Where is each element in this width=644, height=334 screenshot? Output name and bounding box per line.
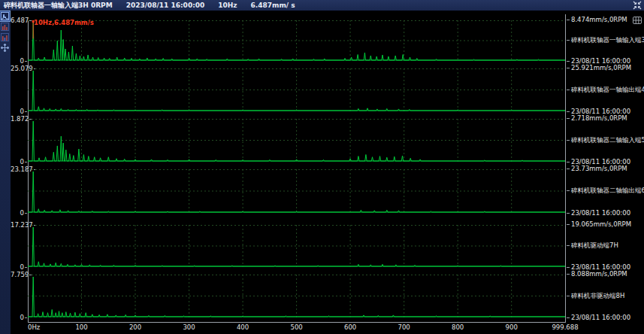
- channel-name-label: 碎料机联轴器一轴输出端4A (垂): [567, 86, 644, 95]
- y-max-label: 23.187: [11, 165, 27, 173]
- timestamp-label: 23/08/11 16:00:00: [567, 314, 630, 321]
- spectra-panel: 6.487 0 10Hz,6.487mm/s 8.474mm/s,0RPM 碎料…: [11, 11, 644, 334]
- x-tick-label: 300: [183, 323, 195, 331]
- y-max-label: 17.237: [11, 221, 27, 229]
- x-tick-label: 200: [129, 323, 141, 331]
- x-axis-line: [28, 322, 566, 323]
- y-zero-label: 0: [11, 158, 27, 165]
- x-tick-label: 900: [506, 323, 518, 331]
- bar-chart-icon[interactable]: [0, 22, 10, 32]
- cursor-amplitude: 6.487mm/ s: [251, 2, 295, 9]
- x-axis-labels: 0Hz100200300400500600700800900999.688: [11, 323, 644, 333]
- overall-value-label: 2.718mm/s,0RPM: [567, 114, 627, 122]
- measurement-datetime: 2023/08/11 16:00:00: [126, 2, 205, 9]
- pan-tool-icon[interactable]: [0, 43, 10, 53]
- overall-value-label: 19.065mm/s,0RPM: [567, 220, 631, 228]
- spectrum-plot: 7.759 0 8.088mm/s,0RPM 碎料机非驱动端8H 23/08/1…: [11, 275, 644, 317]
- spectrum-canvas[interactable]: [28, 20, 565, 61]
- y-zero-label: 0: [11, 314, 27, 321]
- spectrum-canvas[interactable]: [28, 119, 565, 162]
- spectrum-plot: 23.187 0 23.73mm/s,0RPM 碎料机联轴器二轴输出端6V 23…: [11, 169, 644, 213]
- spectrum-plot: 25.079 0 25.921mm/s,0RPM 碎料机联轴器一轴输出端4A (…: [11, 68, 644, 111]
- channel-name-label: 碎料机驱动端7H: [567, 241, 618, 250]
- x-tick-label: 0Hz: [28, 323, 40, 331]
- y-max-label: 7.759: [11, 271, 27, 278]
- gridlines: [28, 169, 565, 213]
- y-max-label: 1.872: [11, 115, 27, 123]
- y-zero-label: 0: [11, 108, 27, 115]
- x-tick-label: 400: [237, 323, 249, 331]
- channel-name-label: 碎料机联轴器一轴输入端3H: [567, 36, 644, 45]
- y-max-label: 6.487: [11, 17, 27, 24]
- gridlines: [28, 119, 565, 162]
- channel-name-label: 碎料机联轴器二轴输入端5H: [567, 136, 644, 145]
- gridlines: [28, 275, 565, 317]
- app-window: 碎料机联轴器一轴输入端3H 0RPM 2023/08/11 16:00:00 1…: [0, 0, 644, 334]
- cursor-readout: 10Hz,6.487mm/s: [34, 19, 94, 26]
- bar-chart-alt-icon[interactable]: [0, 32, 10, 42]
- y-max-label: 25.079: [11, 65, 27, 72]
- gridlines: [28, 20, 565, 61]
- channel-name-label: 碎料机非驱动端8H: [567, 292, 624, 301]
- gridlines: [28, 225, 565, 267]
- current-channel-title: 碎料机联轴器一轴输入端3H 0RPM: [4, 1, 113, 11]
- x-tick-label: 100: [75, 323, 87, 331]
- y-zero-label: 0: [11, 209, 27, 217]
- spectrum-canvas[interactable]: [28, 169, 565, 213]
- overall-value-label: 23.73mm/s,0RPM: [567, 165, 627, 172]
- channel-name-label: 碎料机联轴器二轴输出端6V: [567, 187, 644, 196]
- top-status-bar: 碎料机联轴器一轴输入端3H 0RPM 2023/08/11 16:00:00 1…: [0, 0, 644, 11]
- x-tick-label: 800: [452, 323, 464, 331]
- x-tick-label: 700: [398, 323, 410, 331]
- left-toolbar: [0, 11, 11, 334]
- spectrum-canvas[interactable]: [28, 275, 565, 317]
- spectrum-view-icon[interactable]: [0, 11, 10, 21]
- grid-layout-icon[interactable]: [633, 13, 642, 20]
- x-tick-label: 999.688: [552, 323, 578, 331]
- overall-value-label: 8.474mm/s,0RPM: [567, 16, 627, 23]
- collapse-icon[interactable]: [633, 1, 642, 10]
- spectrum-plot: 1.872 0 2.718mm/s,0RPM 碎料机联轴器二轴输入端5H 23/…: [11, 119, 644, 162]
- spectrum-canvas[interactable]: [28, 225, 565, 267]
- y-zero-label: 0: [11, 263, 27, 271]
- spectrum-plot: 6.487 0 10Hz,6.487mm/s 8.474mm/s,0RPM 碎料…: [11, 20, 644, 61]
- x-tick-label: 600: [344, 323, 356, 331]
- overall-value-label: 25.921mm/s,0RPM: [567, 64, 631, 71]
- gridlines: [28, 68, 565, 111]
- spectrum-canvas[interactable]: [28, 68, 565, 111]
- overall-value-label: 8.088mm/s,0RPM: [567, 270, 627, 278]
- y-zero-label: 0: [11, 57, 27, 65]
- timestamp-label: 23/08/11 16:00:00: [567, 209, 630, 217]
- x-tick-label: 500: [290, 323, 302, 331]
- spectrum-plot: 17.237 0 19.065mm/s,0RPM 碎料机驱动端7H 23/08/…: [11, 225, 644, 267]
- cursor-frequency: 10Hz: [218, 2, 237, 9]
